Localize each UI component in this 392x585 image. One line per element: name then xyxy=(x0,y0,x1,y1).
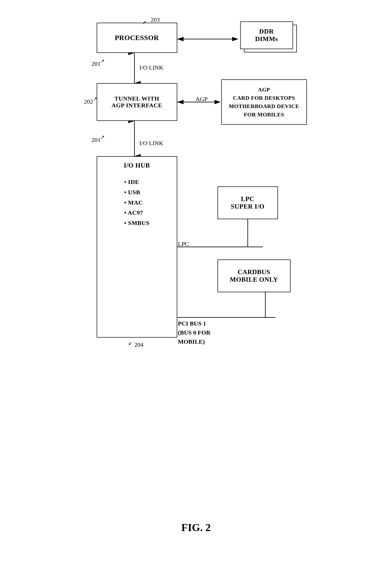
ref-204-arrow: ↙ xyxy=(128,340,132,346)
ref-201-bottom: 201 xyxy=(92,137,101,143)
ddr-box: DDR DIMMs xyxy=(240,21,293,49)
agp-box-label: AGP CARD FOR DESKTOPS MOTHERBOARD DEVICE… xyxy=(229,85,299,119)
bullet-ide: IDE xyxy=(124,177,150,187)
cardbus-label: CARDBUS MOBILE ONLY xyxy=(230,268,278,283)
ref-202-arrow: ↗ xyxy=(93,96,97,102)
ref-201-bottom-arrow: ↗ xyxy=(100,134,105,140)
io-hub-box: I/O HUB IDE USB MAC AC97 SMBUS xyxy=(97,156,177,338)
bullet-mac: MAC xyxy=(124,198,150,208)
ddr-label: DDR DIMMs xyxy=(255,28,278,43)
io-hub-label: I/O HUB xyxy=(124,162,150,169)
ref-201-top: 201 xyxy=(92,60,101,67)
io-link-label-bottom: I/O LINK xyxy=(139,140,163,147)
ref-203-arrow: ↗ xyxy=(142,20,146,26)
bullet-usb: USB xyxy=(124,187,150,198)
pci-label-text: PCI BUS 1 (BUS 0 FOR MOBILE) xyxy=(178,320,210,345)
processor-label: PROCESSOR xyxy=(115,34,159,42)
agp-box: AGP CARD FOR DESKTOPS MOTHERBOARD DEVICE… xyxy=(221,79,307,125)
diagram: PROCESSOR 203 ↗ DDR DIMMs 201 ↗ I/O LINK… xyxy=(77,15,316,506)
lpc-box-label: LPC SUPER I/O xyxy=(231,195,265,210)
pci-bus-label: PCI BUS 1 (BUS 0 FOR MOBILE) xyxy=(178,310,210,346)
lpc-bus-label: LPC xyxy=(178,241,189,247)
ref-204: 204 xyxy=(134,341,144,348)
ref-203: 203 xyxy=(151,16,160,23)
cardbus-box: CARDBUS MOBILE ONLY xyxy=(218,259,291,292)
lpc-box: LPC SUPER I/O xyxy=(218,186,278,219)
tunnel-label: TUNNEL WITH AGP INTERFACE xyxy=(112,95,162,109)
page: PROCESSOR 203 ↗ DDR DIMMs 201 ↗ I/O LINK… xyxy=(0,0,392,585)
bullet-smbus: SMBUS xyxy=(124,218,150,228)
processor-box: PROCESSOR xyxy=(97,23,177,53)
tunnel-box: TUNNEL WITH AGP INTERFACE xyxy=(97,83,177,121)
bullet-ac97: AC97 xyxy=(124,208,150,218)
ref-201-top-arrow: ↗ xyxy=(100,58,105,64)
io-link-label-top: I/O LINK xyxy=(139,64,163,71)
figure-caption: FIG. 2 xyxy=(181,522,211,534)
agp-arrow-label: AGP xyxy=(196,96,208,103)
io-hub-bullets: IDE USB MAC AC97 SMBUS xyxy=(124,177,150,228)
ref-202: 202 xyxy=(84,98,93,105)
